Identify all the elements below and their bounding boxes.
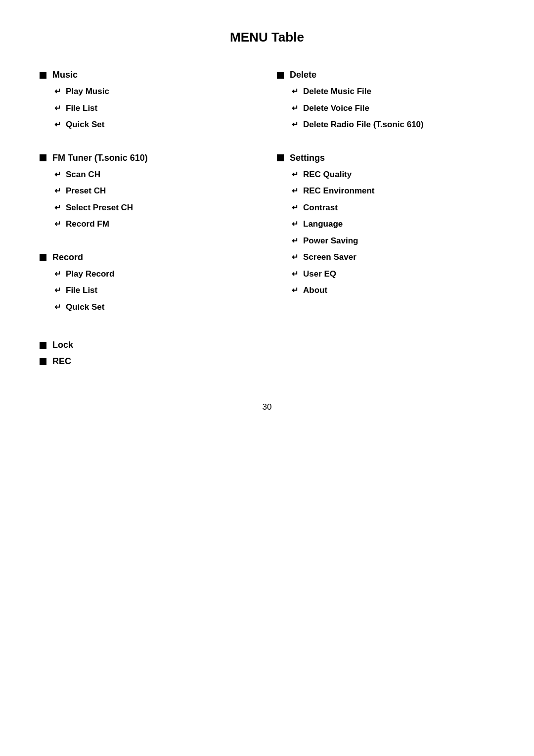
arrow-icon: ↵	[292, 202, 298, 214]
menu-item: ↵Screen Saver	[292, 251, 494, 264]
menu-item: ↵File List	[54, 284, 257, 297]
arrow-icon: ↵	[54, 185, 61, 197]
arrow-icon: ↵	[292, 218, 298, 230]
menu-items-delete: ↵Delete Music File↵Delete Voice File↵Del…	[277, 85, 494, 131]
arrow-icon: ↵	[292, 102, 298, 114]
menu-item: ↵Power Saving	[292, 235, 494, 247]
arrow-icon: ↵	[54, 218, 61, 230]
menu-item-label: File List	[66, 284, 97, 297]
menu-item-label: User EQ	[303, 268, 336, 281]
section-title-music: Music	[52, 70, 78, 80]
menu-item: ↵Play Music	[54, 85, 257, 98]
menu-item: ↵File List	[54, 102, 257, 115]
menu-items-music: ↵Play Music↵File List↵Quick Set	[40, 85, 257, 131]
menu-item: ↵About	[292, 284, 494, 297]
menu-item-label: Delete Voice File	[303, 102, 369, 115]
section-header-delete: Delete	[277, 70, 494, 80]
square-bullet-icon	[40, 342, 46, 349]
arrow-icon: ↵	[54, 202, 61, 214]
menu-item-label: REC Quality	[303, 168, 352, 181]
menu-item-label: File List	[66, 102, 97, 115]
menu-item-label: Quick Set	[66, 118, 104, 131]
bottom-items: LockREC	[40, 340, 257, 373]
menu-item: ↵Play Record	[54, 268, 257, 281]
menu-item-label: Language	[303, 218, 343, 231]
menu-item: ↵Record FM	[54, 218, 257, 231]
arrow-icon: ↵	[292, 235, 298, 247]
square-bullet-icon	[277, 72, 284, 79]
menu-item: ↵Quick Set	[54, 301, 257, 314]
menu-item: ↵Contrast	[292, 201, 494, 214]
page-title: MENU Table	[40, 30, 494, 45]
page-number: 30	[40, 402, 494, 412]
menu-item-label: About	[303, 284, 327, 297]
menu-item: ↵Language	[292, 218, 494, 231]
section-title-rec: REC	[52, 356, 71, 367]
arrow-icon: ↵	[54, 169, 61, 181]
square-bullet-icon	[40, 358, 46, 365]
section-title-delete: Delete	[290, 70, 316, 80]
menu-item-label: Power Saving	[303, 235, 358, 247]
left-column: Music↵Play Music↵File List↵Quick SetFM T…	[40, 70, 257, 373]
section-header-settings: Settings	[277, 153, 494, 163]
menu-items-record: ↵Play Record↵File List↵Quick Set	[40, 268, 257, 314]
section-title-settings: Settings	[290, 153, 325, 163]
menu-item-label: Contrast	[303, 201, 338, 214]
right-column: Delete↵Delete Music File↵Delete Voice Fi…	[277, 70, 494, 373]
square-bullet-icon	[40, 254, 46, 261]
section-title-lock: Lock	[52, 340, 73, 350]
menu-item: ↵Scan CH	[54, 168, 257, 181]
section-title-fm-tuner: FM Tuner (T.sonic 610)	[52, 153, 148, 163]
menu-item-label: Delete Music File	[303, 85, 371, 98]
section-fm-tuner: FM Tuner (T.sonic 610)↵Scan CH↵Preset CH…	[40, 153, 257, 235]
menu-item: ↵User EQ	[292, 268, 494, 281]
arrow-icon: ↵	[54, 119, 61, 131]
menu-item-label: Delete Radio File (T.sonic 610)	[303, 118, 424, 131]
square-bullet-icon	[277, 154, 284, 161]
arrow-icon: ↵	[54, 86, 61, 97]
menu-container: Music↵Play Music↵File List↵Quick SetFM T…	[40, 70, 494, 373]
arrow-icon: ↵	[292, 251, 298, 263]
arrow-icon: ↵	[292, 268, 298, 280]
section-lock: Lock	[40, 340, 257, 350]
arrow-icon: ↵	[54, 102, 61, 114]
arrow-icon: ↵	[54, 301, 61, 313]
arrow-icon: ↵	[292, 185, 298, 197]
menu-item: ↵REC Environment	[292, 185, 494, 197]
arrow-icon: ↵	[54, 268, 61, 280]
menu-item-label: Screen Saver	[303, 251, 356, 264]
arrow-icon: ↵	[292, 169, 298, 181]
menu-item: ↵Delete Music File	[292, 85, 494, 98]
menu-item-label: Quick Set	[66, 301, 104, 314]
menu-item-label: Preset CH	[66, 185, 106, 197]
section-rec: REC	[40, 356, 257, 367]
section-music: Music↵Play Music↵File List↵Quick Set	[40, 70, 257, 135]
square-bullet-icon	[40, 154, 46, 161]
menu-item-label: REC Environment	[303, 185, 375, 197]
menu-items-fm-tuner: ↵Scan CH↵Preset CH↵Select Preset CH↵Reco…	[40, 168, 257, 231]
arrow-icon: ↵	[292, 119, 298, 131]
menu-items-settings: ↵REC Quality↵REC Environment↵Contrast↵La…	[277, 168, 494, 297]
arrow-icon: ↵	[292, 86, 298, 97]
menu-item: ↵REC Quality	[292, 168, 494, 181]
menu-item: ↵Quick Set	[54, 118, 257, 131]
arrow-icon: ↵	[292, 284, 298, 296]
section-header-music: Music	[40, 70, 257, 80]
arrow-icon: ↵	[54, 284, 61, 296]
menu-item-label: Scan CH	[66, 168, 100, 181]
menu-item: ↵Select Preset CH	[54, 201, 257, 214]
menu-item-label: Select Preset CH	[66, 201, 133, 214]
section-header-record: Record	[40, 252, 257, 263]
menu-item-label: Play Music	[66, 85, 109, 98]
menu-item: ↵Delete Voice File	[292, 102, 494, 115]
square-bullet-icon	[40, 72, 46, 79]
menu-item: ↵Preset CH	[54, 185, 257, 197]
section-delete: Delete↵Delete Music File↵Delete Voice Fi…	[277, 70, 494, 135]
menu-item-label: Play Record	[66, 268, 114, 281]
section-record: Record↵Play Record↵File List↵Quick Set	[40, 252, 257, 318]
menu-item: ↵Delete Radio File (T.sonic 610)	[292, 118, 494, 131]
section-settings: Settings↵REC Quality↵REC Environment↵Con…	[277, 153, 494, 301]
menu-item-label: Record FM	[66, 218, 109, 231]
section-header-fm-tuner: FM Tuner (T.sonic 610)	[40, 153, 257, 163]
section-title-record: Record	[52, 252, 83, 263]
